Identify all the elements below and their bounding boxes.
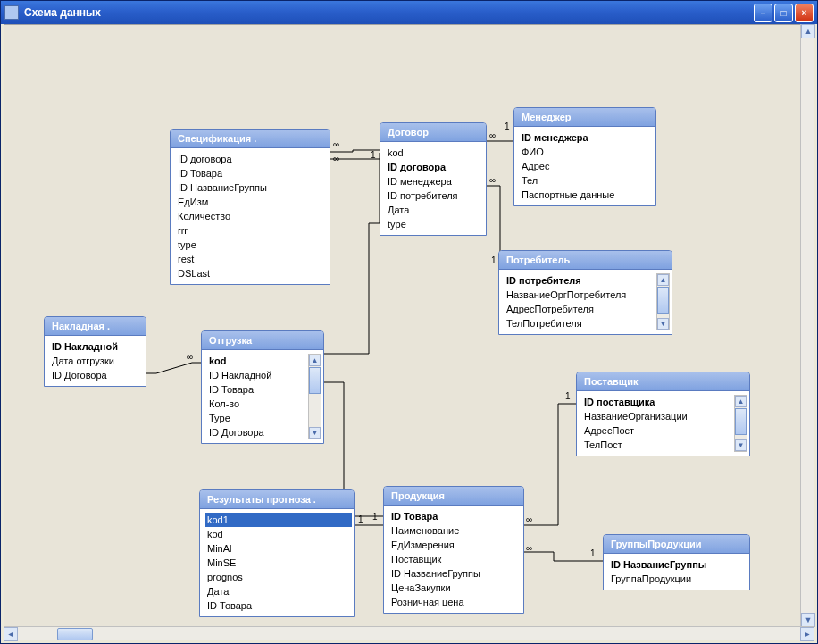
scroll-thumb[interactable] bbox=[735, 408, 747, 435]
field[interactable]: rest bbox=[176, 252, 328, 266]
field[interactable]: Наименование bbox=[389, 523, 522, 538]
table-manager[interactable]: Менеджер ID менеджера ФИО Адрес Тел Пасп… bbox=[513, 107, 656, 206]
table-header[interactable]: Отгрузка bbox=[202, 331, 323, 350]
field[interactable]: НазваниеОргПотребителя bbox=[505, 288, 654, 302]
field[interactable]: ID Договора bbox=[207, 425, 305, 439]
maximize-button[interactable]: □ bbox=[774, 4, 793, 22]
table-otgruz[interactable]: Отгрузка kod ID Накладной ID Товара Кол-… bbox=[201, 330, 324, 444]
field[interactable]: НазваниеОрганизации bbox=[582, 409, 731, 423]
field[interactable]: ФИО bbox=[520, 145, 654, 159]
field-pk[interactable]: ID менеджера bbox=[520, 130, 654, 145]
table-header[interactable]: ГруппыПродукции bbox=[604, 535, 749, 554]
scroll-down-icon[interactable]: ▼ bbox=[657, 318, 669, 330]
table-scrollbar[interactable]: ▲ ▼ bbox=[734, 395, 747, 452]
field[interactable]: ЕдИзм bbox=[176, 195, 328, 209]
field[interactable]: Паспортные данные bbox=[520, 188, 654, 202]
field[interactable]: ТелПотребителя bbox=[505, 316, 654, 330]
scroll-up-icon[interactable]: ▲ bbox=[657, 274, 669, 286]
table-potreb[interactable]: Потребитель ID потребителя НазваниеОргПо… bbox=[498, 250, 672, 335]
field[interactable]: Дата bbox=[205, 584, 352, 598]
scroll-thumb[interactable] bbox=[657, 287, 669, 314]
table-rezult[interactable]: Результаты прогноза . kod1 kod MinAl Min… bbox=[199, 489, 355, 617]
table-header[interactable]: Результаты прогноза . bbox=[200, 490, 354, 509]
field[interactable]: ГруппаПродукции bbox=[609, 572, 747, 586]
field[interactable]: kod bbox=[205, 527, 352, 541]
field[interactable]: Розничная цена bbox=[389, 595, 522, 609]
scroll-down-icon[interactable]: ▼ bbox=[735, 439, 747, 451]
field[interactable]: ID Договора bbox=[50, 368, 144, 382]
field[interactable]: Адрес bbox=[520, 159, 654, 173]
table-dogovor[interactable]: Договор kod ID договора ID менеджера ID … bbox=[380, 122, 487, 236]
field[interactable]: type bbox=[176, 238, 328, 252]
table-header[interactable]: Договор bbox=[380, 123, 486, 142]
table-spec[interactable]: Спецификация . ID договора ID Товара ID … bbox=[170, 129, 330, 285]
table-header[interactable]: Спецификация . bbox=[171, 130, 330, 148]
table-scrollbar[interactable]: ▲ ▼ bbox=[308, 354, 321, 439]
scroll-left-icon[interactable]: ◄ bbox=[4, 627, 18, 641]
field[interactable]: ТелПост bbox=[582, 438, 731, 452]
table-header[interactable]: Продукция bbox=[384, 487, 523, 506]
field[interactable]: kod bbox=[386, 146, 484, 160]
field[interactable]: Type bbox=[207, 411, 305, 425]
field[interactable]: MinSE bbox=[205, 556, 352, 570]
field[interactable]: ID Накладной bbox=[207, 368, 305, 382]
field[interactable]: Кол-во bbox=[207, 397, 305, 411]
field[interactable]: ID менеджера bbox=[386, 174, 484, 188]
scroll-thumb[interactable] bbox=[57, 628, 93, 640]
field[interactable]: ЕдИзмерения bbox=[389, 538, 522, 552]
horizontal-scrollbar[interactable]: ◄ ► bbox=[4, 626, 814, 640]
table-product[interactable]: Продукция ID Товара Наименование ЕдИзмер… bbox=[383, 486, 524, 614]
field[interactable]: MinAl bbox=[205, 541, 352, 556]
table-scrollbar[interactable]: ▲ ▼ bbox=[656, 273, 670, 330]
app-icon bbox=[4, 5, 19, 20]
table-naklad[interactable]: Накладная . ID Накладной Дата отгрузки I… bbox=[44, 316, 146, 387]
table-group[interactable]: ГруппыПродукции ID НазваниеГруппы Группа… bbox=[603, 534, 750, 590]
scroll-right-icon[interactable]: ► bbox=[800, 627, 814, 641]
table-postav[interactable]: Поставщик ID поставщика НазваниеОрганиза… bbox=[576, 372, 750, 456]
scroll-up-icon[interactable]: ▲ bbox=[801, 24, 815, 38]
scroll-up-icon[interactable]: ▲ bbox=[735, 396, 747, 407]
field-pk[interactable]: kod bbox=[207, 354, 305, 368]
field-pk[interactable]: ID потребителя bbox=[505, 273, 654, 288]
field-pk[interactable]: ID Накладной bbox=[50, 339, 144, 354]
field[interactable]: ID Товара bbox=[176, 166, 328, 180]
field[interactable]: ЦенаЗакупки bbox=[389, 581, 522, 595]
field-selected[interactable]: kod1 bbox=[205, 513, 352, 527]
field[interactable]: АдресПотребителя bbox=[505, 302, 654, 316]
titlebar[interactable]: Схема данных – □ × bbox=[1, 1, 817, 24]
field[interactable]: prognos bbox=[205, 570, 352, 584]
field-pk[interactable]: ID НазваниеГруппы bbox=[609, 557, 747, 572]
field[interactable]: rrr bbox=[176, 223, 328, 238]
field[interactable]: ID НазваниеГруппы bbox=[176, 180, 328, 195]
minimize-button[interactable]: – bbox=[754, 4, 772, 22]
field[interactable]: Тел bbox=[520, 173, 654, 188]
close-button[interactable]: × bbox=[795, 4, 814, 22]
field-pk[interactable]: ID поставщика bbox=[582, 395, 731, 409]
field[interactable]: ID Товара bbox=[205, 598, 352, 613]
field[interactable]: Поставщик bbox=[389, 552, 522, 566]
field[interactable]: ID Товара bbox=[207, 382, 305, 397]
scroll-up-icon[interactable]: ▲ bbox=[309, 355, 321, 366]
field[interactable]: АдресПост bbox=[582, 423, 731, 438]
field[interactable]: ID договора bbox=[176, 152, 328, 166]
table-header[interactable]: Менеджер bbox=[514, 108, 655, 127]
field[interactable]: ID НазваниеГруппы bbox=[389, 566, 522, 581]
table-header[interactable]: Накладная . bbox=[45, 317, 146, 336]
field[interactable]: Дата bbox=[386, 203, 484, 217]
field[interactable]: Количество bbox=[176, 209, 328, 223]
scroll-down-icon[interactable]: ▼ bbox=[309, 427, 321, 439]
table-header[interactable]: Потребитель bbox=[499, 251, 672, 270]
field[interactable]: Дата отгрузки bbox=[50, 354, 144, 368]
table-header[interactable]: Поставщик bbox=[577, 372, 749, 391]
field[interactable]: DSLast bbox=[176, 266, 328, 280]
diagram-canvas[interactable]: ∞ ∞ 1 ∞ 1 ∞ 1 1 ∞ 1 1 ∞ 1 ∞ 1 Спецификац… bbox=[4, 24, 814, 627]
cardinality-many: ∞ bbox=[489, 130, 496, 140]
field[interactable]: ID потребителя bbox=[386, 188, 484, 203]
vertical-scrollbar[interactable]: ▲ ▼ bbox=[800, 24, 814, 627]
scroll-down-icon[interactable]: ▼ bbox=[801, 613, 815, 627]
field[interactable]: type bbox=[386, 217, 484, 231]
cardinality-one: 1 bbox=[590, 548, 596, 558]
scroll-thumb[interactable] bbox=[309, 367, 321, 394]
field-pk[interactable]: ID договора bbox=[386, 160, 484, 174]
field-pk[interactable]: ID Товара bbox=[389, 509, 522, 523]
